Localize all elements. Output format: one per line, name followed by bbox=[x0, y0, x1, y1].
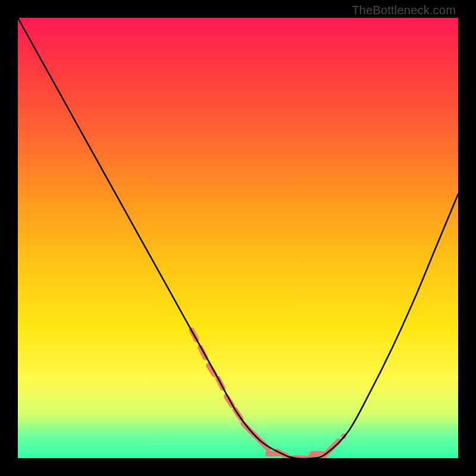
chart-svg bbox=[18, 18, 458, 458]
highlight-markers bbox=[192, 330, 344, 458]
chart-area bbox=[18, 18, 458, 458]
bottleneck-curve bbox=[18, 18, 458, 458]
watermark-text: TheBottleneck.com bbox=[352, 4, 456, 17]
